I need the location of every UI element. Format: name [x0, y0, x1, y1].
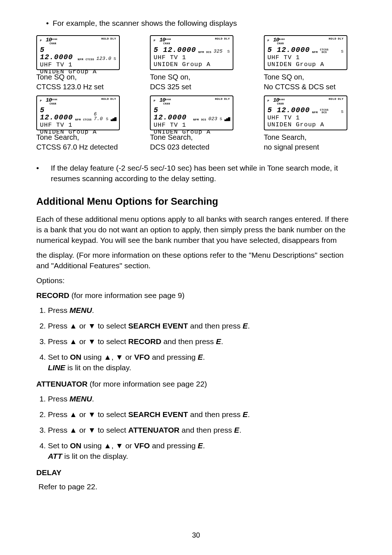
display-cell: P 10BANKHOLDDLYP 00CHAN5 12.0000NFMCTCSS… — [36, 95, 128, 152]
e-key: E — [216, 337, 221, 346]
text: and then press — [161, 337, 216, 346]
menu-item: SEARCH EVENT — [128, 410, 188, 419]
text: or — [123, 441, 134, 450]
text: . — [92, 395, 94, 403]
down-arrow-icon: ▼ — [88, 410, 96, 419]
display-caption: Tone Search,DCS 023 detected — [150, 132, 242, 152]
text: Press — [48, 337, 70, 346]
text: or — [77, 322, 88, 330]
text: or — [77, 426, 88, 434]
text: to select — [95, 426, 128, 434]
record-heading-note: (for more information see page 9) — [69, 291, 184, 299]
record-heading: RECORD (for more information see page 9) — [36, 290, 356, 301]
section-intro-b: the display. (For more information on th… — [36, 250, 356, 271]
display-caption: Tone Search,no signal present — [264, 132, 356, 152]
display-cell: P 10BANKHOLDDLYP 00CHAN5 12.0000NFMCTCSS… — [264, 95, 356, 152]
display-cell: P 10BANKHOLDDLYP 00CHAN5 12.0000NFMDCS32… — [150, 35, 242, 92]
text: Press — [48, 395, 70, 403]
down-arrow-icon: ▼ — [116, 353, 123, 361]
on-value: ON — [70, 441, 82, 450]
e-key: E — [198, 441, 203, 450]
text: , — [111, 441, 116, 450]
up-arrow-icon: ▲ — [70, 337, 77, 346]
down-arrow-icon: ▼ — [116, 441, 123, 450]
menu-key: MENU — [70, 395, 92, 403]
options-label: Options: — [36, 276, 356, 286]
text: Set to — [48, 353, 70, 361]
down-arrow-icon: ▼ — [88, 322, 96, 330]
attenuator-step-1: Press MENU. — [48, 394, 356, 404]
text: , — [111, 353, 116, 361]
up-arrow-icon: ▲ — [104, 353, 111, 361]
text: . — [239, 426, 241, 434]
delay-heading: DELAY — [36, 468, 356, 478]
menu-item: ATTENUATOR — [128, 426, 179, 434]
text: Press — [48, 410, 70, 419]
display-cell: P 10BANKHOLDDLYP 00CHAN5 12.0000NFMDCS02… — [150, 95, 242, 152]
display-cell: P 10BANKHOLDDLYP 00CHAN5 12.0000NFMCTCSS… — [264, 35, 356, 92]
attenuator-steps: Press MENU. Press ▲ or ▼ to select SEARC… — [36, 394, 356, 462]
vfo-key: VFO — [134, 353, 150, 361]
page-number: 30 — [0, 530, 392, 540]
text: and pressing — [150, 441, 198, 450]
text: or — [77, 410, 88, 419]
text: using — [81, 353, 104, 361]
up-arrow-icon: ▲ — [70, 426, 77, 434]
text: and pressing — [150, 353, 198, 361]
record-step-1: Press MENU. — [48, 305, 356, 316]
text: and then press — [188, 410, 243, 419]
lcd-screen: P 10BANKHOLDDLYP 00CHAN5 12.0000NFMCTCSS… — [36, 35, 120, 70]
text: . — [203, 353, 205, 361]
text: using — [81, 441, 104, 450]
intro-bullet: For example, the scanner shows the follo… — [53, 18, 356, 29]
vfo-key: VFO — [134, 441, 150, 450]
e-key: E — [242, 410, 248, 419]
text: . — [248, 410, 250, 419]
e-key: E — [198, 353, 203, 361]
lcd-screen: P 10BANKHOLDDLYP 00CHAN5 12.0000NFMCTCSS… — [36, 95, 120, 130]
att-indicator: ATT — [48, 452, 62, 460]
line-indicator: LINE — [48, 363, 65, 372]
text: is lit on the display. — [62, 452, 128, 460]
e-key: E — [242, 322, 248, 330]
attenuator-step-4: Set to ON using ▲, ▼ or VFO and pressing… — [48, 441, 356, 462]
text: Set to — [48, 441, 70, 450]
attenuator-heading-label: ATTENUATOR — [36, 380, 87, 388]
text: and then press — [188, 322, 243, 330]
on-value: ON — [70, 353, 82, 361]
up-arrow-icon: ▲ — [70, 322, 77, 330]
text: . — [221, 337, 223, 346]
down-arrow-icon: ▼ — [88, 426, 96, 434]
text: Press — [48, 426, 70, 434]
menu-item: SEARCH EVENT — [128, 322, 188, 330]
lcd-screen: P 10BANKHOLDDLYP 00CHAN5 12.0000NFMDCS02… — [150, 95, 233, 130]
delay-body: Refer to page 22. — [38, 482, 356, 492]
record-step-4: Set to ON using ▲, ▼ or VFO and pressing… — [48, 352, 356, 373]
down-arrow-icon: ▼ — [88, 337, 96, 346]
text: Press — [48, 322, 70, 330]
attenuator-heading: ATTENUATOR (for more information see pag… — [36, 379, 356, 389]
e-key: E — [234, 426, 239, 434]
display-caption: Tone SQ on,DCS 325 set — [150, 72, 242, 92]
display-grid: P 10BANKHOLDDLYP 00CHAN5 12.0000NFMCTCSS… — [36, 35, 356, 152]
lcd-screen: P 10BANKHOLDDLYP 00CHAN5 12.0000NFMCTCSS… — [264, 95, 347, 130]
text: to select — [95, 410, 128, 419]
display-cell: P 10BANKHOLDDLYP 00CHAN5 12.0000NFMCTCSS… — [36, 35, 128, 92]
display-caption: Tone SQ on,CTCSS 123.0 Hz set — [36, 72, 128, 92]
text: Press — [48, 306, 70, 314]
menu-key: MENU — [70, 306, 92, 314]
text: to select — [95, 337, 128, 346]
record-step-2: Press ▲ or ▼ to select SEARCH EVENT and … — [48, 321, 356, 331]
text: and then press — [180, 426, 234, 434]
attenuator-step-2: Press ▲ or ▼ to select SEARCH EVENT and … — [48, 409, 356, 420]
text: . — [203, 441, 205, 450]
record-steps: Press MENU. Press ▲ or ▼ to select SEARC… — [36, 305, 356, 373]
display-caption: Tone Search,CTCSS 67.0 Hz detected — [36, 132, 128, 152]
text: is lit on the display. — [65, 363, 131, 372]
display-caption: Tone SQ on,No CTCSS & DCS set — [264, 72, 356, 92]
record-heading-label: RECORD — [36, 291, 69, 299]
attenuator-step-3: Press ▲ or ▼ to select ATTENUATOR and th… — [48, 425, 356, 436]
delay-note: If the delay feature (-2 sec/-5 sec/-10 … — [36, 163, 356, 184]
up-arrow-icon: ▲ — [104, 441, 111, 450]
text: or — [123, 353, 134, 361]
